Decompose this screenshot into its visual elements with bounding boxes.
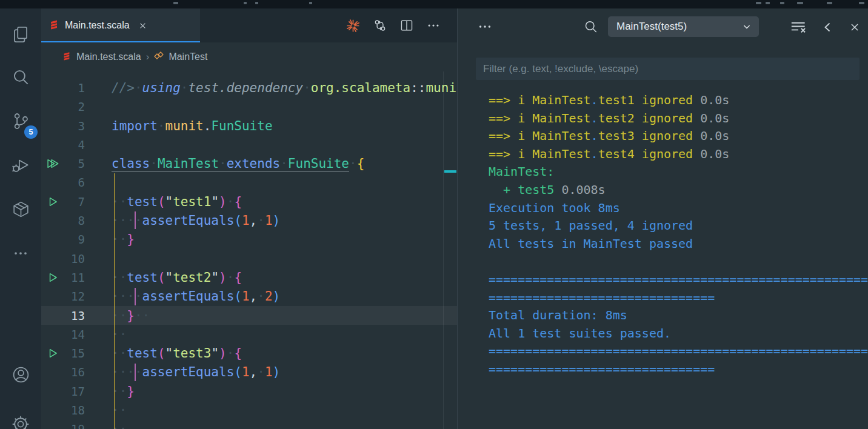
line-number: 9 [41,233,85,246]
output-line: =============================== [489,361,868,379]
cropped-toolbar-icon [255,2,258,4]
code-line-12: 12····assertEquals(1,·2) [41,287,457,306]
code-text: ·· [112,403,127,417]
activity-bar: 5 [0,8,41,429]
line-number: 8 [41,214,85,227]
code-line-14: 14·· [41,325,457,344]
sidebar-item-run-and-debug[interactable] [6,150,35,179]
breadcrumb[interactable]: Main.test.scala › MainTest [41,42,457,72]
line-number: 3 [41,119,85,133]
code-line-2: 2 [41,98,457,116]
cropped-toolbar-icon [309,2,312,4]
close-panel-icon[interactable] [848,21,861,34]
code-line-19: 19·· [41,420,457,429]
output-line: ==> i MainTest.test1 ignored 0.0s [489,91,868,110]
dropdown-value: MainTest(test5) [616,21,687,33]
code-text: class·MainTest·extends·FunSuite·{ [112,156,364,171]
editor-actions [345,8,457,42]
sidebar-item-settings[interactable] [6,410,35,429]
sidebar-item-additional-views[interactable] [6,239,35,268]
code-line-9: 9··} [41,230,457,249]
code-line-17: 17··} [41,382,457,401]
code-text: ··test("test1")·{ [112,195,242,209]
code-line-13: 13··}·· [41,306,457,325]
code-line-6: 6 [41,173,457,192]
sidebar-item-packages[interactable] [6,195,35,224]
output-line: Execution took 8ms [489,199,868,218]
output-line: Total duration: 8ms [489,307,868,325]
line-number: 13 [41,309,85,322]
tab-close-icon[interactable] [138,21,148,31]
filter-input[interactable] [476,58,860,80]
test-run-dropdown[interactable]: MainTest(test5) [608,16,759,37]
editor-group: Main.test.scala Main.test.scala › MainTe… [41,8,458,429]
class-symbol-icon [154,51,164,63]
code-text: ··} [112,232,135,247]
sidebar-item-search[interactable] [6,63,35,92]
code-line-5: 5class·MainTest·extends·FunSuite·{ [41,155,457,173]
output-line: 5 tests, 1 passed, 4 ignored [489,217,868,235]
output-line [489,253,868,271]
chevron-down-icon [741,21,753,33]
chevron-right-icon: › [146,51,150,63]
code-line-10: 10 [41,249,457,268]
code-text: import·munit.FunSuite [112,119,273,133]
sidebar-item-source-control[interactable]: 5 [6,107,35,136]
output-line: ========================================… [489,271,868,289]
files-icon [10,24,31,45]
line-number: 6 [41,176,85,189]
breadcrumb-file[interactable]: Main.test.scala [76,52,141,62]
chevron-left-icon[interactable] [821,20,835,35]
code-text: ····assertEquals(1,·1) [112,365,280,379]
line-number: 18 [41,404,85,417]
test-output-panel: MainTest(test5) ==> i MainTest.test1 ign… [458,8,868,429]
account-icon [11,365,31,385]
code-text: ··} [112,384,135,399]
line-number: 12 [41,290,85,303]
cropped-toolbar-icon [756,2,761,4]
sidebar-item-accounts[interactable] [6,360,35,389]
ellipsis-icon[interactable] [426,18,441,33]
cropped-toolbar-icon [797,2,803,4]
compare-icon[interactable] [372,18,388,33]
code-line-1: 1//>·using·test.dependency·org.scalameta… [41,78,457,97]
code-text: ··}·· [112,308,150,323]
cropped-toolbar-icon [827,2,832,4]
output-line: =============================== [489,289,868,307]
overview-ruler-decoration [444,170,456,173]
run-test-button[interactable] [46,347,59,360]
output-line: MainTest: [489,163,868,181]
code-text: ·· [112,327,127,342]
code-line-3: 3import·munit.FunSuite [41,116,457,135]
search-icon[interactable] [583,19,599,35]
line-number: 19 [41,422,85,429]
run-test-button[interactable] [46,195,59,208]
code-line-16: 16····assertEquals(1,·1) [41,363,457,382]
cropped-toolbar-icon [173,2,178,4]
code-line-8: 8····assertEquals(1,·1) [41,211,457,230]
ellipsis-icon [12,244,30,262]
run-test-button[interactable] [46,271,59,284]
breadcrumb-symbol[interactable]: MainTest [169,52,207,62]
clear-output-icon[interactable] [789,18,807,36]
line-number: 17 [41,385,85,398]
starburst-icon[interactable] [345,18,361,34]
code-text: ··test("test3")·{ [112,346,242,361]
more-actions-icon[interactable] [476,18,493,35]
scala-icon [62,51,72,63]
output-line: All 1 test suites passed. [489,325,868,343]
run-all-tests-button[interactable] [46,158,59,170]
line-number: 16 [41,365,85,379]
overview-ruler[interactable] [443,72,457,429]
sidebar-item-explorer[interactable] [6,20,35,49]
source-control-badge: 5 [24,125,38,139]
titlebar [0,0,868,8]
split-editor-icon[interactable] [399,18,415,33]
line-number: 2 [41,100,85,113]
code-editor[interactable]: 1//>·using·test.dependency·org.scalameta… [41,72,457,429]
code-line-11: 11··test("test2")·{ [41,268,457,287]
gear-icon [10,414,31,429]
tab-label: Main.test.scala [65,20,130,31]
tab-bar: Main.test.scala [41,8,457,42]
tab-main-test-scala[interactable]: Main.test.scala [41,8,200,42]
